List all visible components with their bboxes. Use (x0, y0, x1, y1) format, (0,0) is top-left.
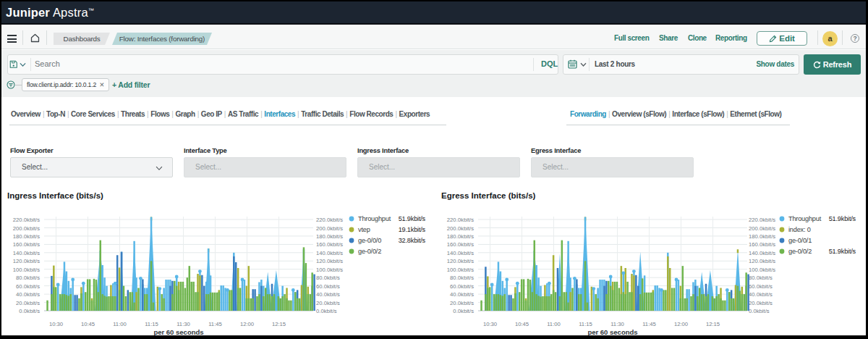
svg-text:20.0kbit/s: 20.0kbit/s (16, 300, 40, 306)
svg-text:100.0kbit/s: 100.0kbit/s (749, 267, 775, 273)
svg-text:140.0kbit/s: 140.0kbit/s (749, 250, 775, 256)
svg-text:Throughput: Throughput (788, 215, 822, 222)
svg-text:index: 0: index: 0 (788, 226, 811, 233)
svg-text:51.9kbit/s: 51.9kbit/s (829, 248, 856, 255)
svg-text:120.0kbit/s: 120.0kbit/s (749, 258, 775, 264)
svg-text:40.0kbit/s: 40.0kbit/s (450, 291, 474, 298)
svg-text:160.0kbit/s: 160.0kbit/s (316, 241, 343, 248)
svg-text:Throughput: Throughput (358, 215, 391, 222)
svg-text:vtep: vtep (358, 226, 370, 233)
svg-text:0.0kbit/s: 0.0kbit/s (453, 308, 474, 314)
svg-text:60.0kbit/s: 60.0kbit/s (16, 283, 40, 290)
svg-text:80.0kbit/s: 80.0kbit/s (16, 275, 40, 281)
svg-text:11:45: 11:45 (642, 321, 656, 327)
svg-text:12:15: 12:15 (706, 321, 720, 327)
svg-text:80.0kbit/s: 80.0kbit/s (450, 275, 474, 281)
svg-text:10:45: 10:45 (81, 321, 95, 327)
svg-text:60.0kbit/s: 60.0kbit/s (316, 283, 340, 290)
svg-text:11:30: 11:30 (610, 321, 624, 327)
svg-text:200.0kbit/s: 200.0kbit/s (316, 225, 343, 232)
svg-text:11:00: 11:00 (113, 321, 127, 327)
svg-text:220.0kbit/s: 220.0kbit/s (749, 217, 775, 223)
svg-text:51.9kbit/s: 51.9kbit/s (399, 215, 426, 222)
svg-text:ge-0/0/2: ge-0/0/2 (358, 248, 381, 255)
svg-text:200.0kbit/s: 200.0kbit/s (447, 225, 474, 232)
svg-text:19.1kbit/s: 19.1kbit/s (399, 226, 426, 233)
svg-text:220.0kbit/s: 220.0kbit/s (13, 217, 40, 223)
svg-text:per 60 seconds: per 60 seconds (153, 328, 203, 336)
svg-text:180.0kbit/s: 180.0kbit/s (447, 233, 474, 240)
svg-text:0.0kbit/s: 0.0kbit/s (316, 308, 337, 314)
svg-text:40.0kbit/s: 40.0kbit/s (316, 291, 340, 298)
svg-text:per 60 seconds: per 60 seconds (587, 328, 637, 336)
svg-text:160.0kbit/s: 160.0kbit/s (447, 241, 474, 248)
svg-text:Egress Interface (bits/s): Egress Interface (bits/s) (441, 191, 536, 200)
svg-text:60.0kbit/s: 60.0kbit/s (749, 283, 773, 290)
svg-text:100.0kbit/s: 100.0kbit/s (316, 267, 343, 273)
svg-text:10:30: 10:30 (483, 321, 497, 327)
svg-text:40.0kbit/s: 40.0kbit/s (16, 291, 40, 298)
svg-text:220.0kbit/s: 220.0kbit/s (316, 217, 343, 223)
svg-text:11:15: 11:15 (579, 321, 592, 327)
svg-text:60.0kbit/s: 60.0kbit/s (450, 283, 474, 290)
svg-text:20.0kbit/s: 20.0kbit/s (450, 300, 474, 306)
svg-text:12:00: 12:00 (240, 321, 254, 327)
svg-text:140.0kbit/s: 140.0kbit/s (447, 250, 474, 256)
svg-text:80.0kbit/s: 80.0kbit/s (749, 275, 773, 281)
svg-text:100.0kbit/s: 100.0kbit/s (447, 267, 474, 273)
svg-text:12:00: 12:00 (674, 321, 688, 327)
svg-text:20.0kbit/s: 20.0kbit/s (316, 300, 340, 306)
svg-text:80.0kbit/s: 80.0kbit/s (316, 275, 340, 281)
svg-text:160.0kbit/s: 160.0kbit/s (13, 241, 40, 248)
svg-text:140.0kbit/s: 140.0kbit/s (316, 250, 343, 256)
svg-text:12:15: 12:15 (272, 321, 286, 327)
svg-text:11:45: 11:45 (208, 321, 222, 327)
svg-text:0.0kbit/s: 0.0kbit/s (19, 308, 40, 314)
svg-text:40.0kbit/s: 40.0kbit/s (749, 291, 773, 298)
svg-text:ge-0/0/1: ge-0/0/1 (788, 237, 812, 244)
svg-text:32.8kbit/s: 32.8kbit/s (399, 237, 426, 244)
svg-text:11:00: 11:00 (547, 321, 561, 327)
svg-text:120.0kbit/s: 120.0kbit/s (13, 258, 40, 264)
svg-text:Ingress Interface (bits/s): Ingress Interface (bits/s) (7, 191, 103, 200)
svg-text:180.0kbit/s: 180.0kbit/s (316, 233, 343, 240)
svg-text:200.0kbit/s: 200.0kbit/s (749, 225, 775, 232)
svg-text:200.0kbit/s: 200.0kbit/s (13, 225, 40, 232)
svg-text:0.0kbit/s: 0.0kbit/s (749, 308, 770, 314)
svg-text:180.0kbit/s: 180.0kbit/s (749, 233, 775, 240)
svg-text:ge-0/0/0: ge-0/0/0 (358, 237, 381, 244)
svg-text:10:30: 10:30 (49, 321, 63, 327)
svg-text:120.0kbit/s: 120.0kbit/s (316, 258, 343, 264)
svg-text:120.0kbit/s: 120.0kbit/s (447, 258, 474, 264)
svg-text:160.0kbit/s: 160.0kbit/s (749, 241, 775, 248)
svg-text:ge-0/0/2: ge-0/0/2 (788, 248, 812, 255)
svg-text:10:45: 10:45 (515, 321, 529, 327)
svg-text:20.0kbit/s: 20.0kbit/s (749, 300, 773, 306)
svg-text:100.0kbit/s: 100.0kbit/s (13, 267, 40, 273)
svg-text:220.0kbit/s: 220.0kbit/s (447, 217, 474, 223)
svg-text:11:15: 11:15 (145, 321, 158, 327)
svg-text:51.9kbit/s: 51.9kbit/s (829, 215, 856, 222)
svg-text:11:30: 11:30 (176, 321, 190, 327)
svg-text:180.0kbit/s: 180.0kbit/s (13, 233, 40, 240)
svg-text:140.0kbit/s: 140.0kbit/s (13, 250, 40, 256)
